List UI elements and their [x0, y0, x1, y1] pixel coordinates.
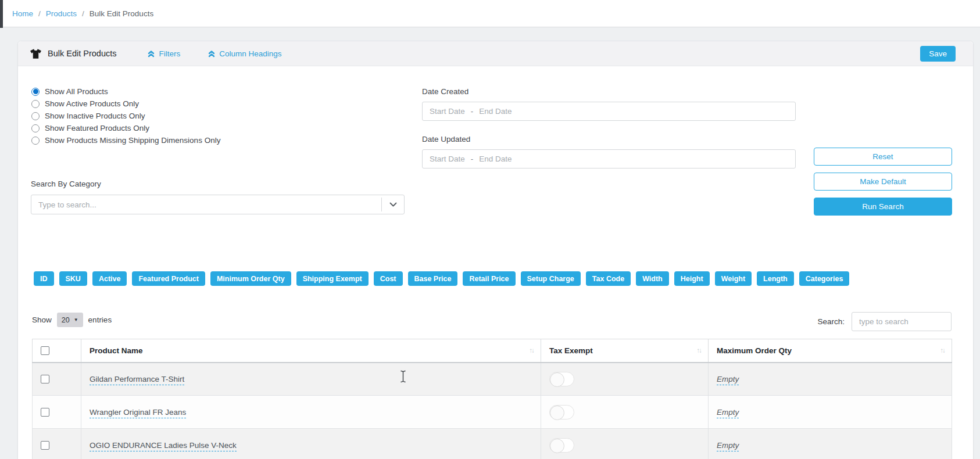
caret-down-icon: ▼ — [74, 317, 78, 322]
tax-exempt-toggle[interactable] — [549, 438, 574, 453]
radio-icon[interactable] — [31, 124, 40, 132]
category-search-input[interactable]: Type to search... — [31, 195, 405, 214]
tax-exempt-cell — [541, 429, 709, 459]
row-checkbox[interactable] — [41, 441, 49, 450]
row-checkbox[interactable] — [41, 375, 49, 383]
end-date-placeholder: End Date — [479, 107, 512, 116]
start-date-placeholder: Start Date — [430, 155, 465, 163]
radio-selected-icon[interactable] — [31, 88, 40, 96]
max-order-qty-cell: Empty — [709, 429, 952, 459]
make-default-button[interactable]: Make Default — [814, 173, 952, 191]
column-tag-cost[interactable]: Cost — [374, 271, 403, 286]
show-label: Show — [32, 315, 52, 324]
column-tag-shipping-exempt[interactable]: Shipping Exempt — [296, 271, 369, 286]
select-all-header[interactable] — [33, 339, 81, 363]
products-table: Product Name↑↓Tax Exempt↑↓Maximum Order … — [32, 339, 952, 459]
radio-option[interactable]: Show Featured Products Only — [31, 122, 220, 134]
max-order-qty-editable[interactable]: Empty — [717, 441, 739, 451]
product-name-editable[interactable]: Gildan Performance T-Shirt — [90, 375, 184, 385]
entries-control: Show 20 ▼ entries — [32, 313, 112, 327]
max-order-qty-editable[interactable]: Empty — [717, 375, 739, 385]
column-tag-id[interactable]: ID — [34, 271, 54, 286]
row-select-cell — [33, 429, 81, 459]
column-tag-tax-code[interactable]: Tax Code — [586, 271, 631, 286]
sidebar-edge — [0, 0, 3, 28]
sort-icon: ↑↓ — [530, 347, 534, 354]
table-search: Search: — [814, 312, 952, 331]
entries-label: entries — [88, 315, 112, 324]
column-tag-setup-charge[interactable]: Setup Charge — [521, 271, 581, 286]
radio-group: Show All ProductsShow Active Products On… — [31, 85, 220, 146]
product-name-cell: Gildan Performance T-Shirt — [81, 363, 541, 396]
reset-button[interactable]: Reset — [814, 148, 952, 166]
entries-per-page-select[interactable]: 20 ▼ — [57, 313, 83, 327]
entries-per-page-value: 20 — [62, 316, 70, 324]
date-created-input[interactable]: Start Date - End Date — [422, 102, 796, 121]
table-row: OGIO ENDURANCE Ladies Pulse V-NeckEmpty — [33, 429, 952, 459]
run-search-button[interactable]: Run Search — [814, 198, 952, 216]
column-tag-weight[interactable]: Weight — [715, 271, 752, 286]
radio-option[interactable]: Show Inactive Products Only — [31, 110, 220, 122]
column-headings-toggle[interactable]: Column Headings — [208, 49, 281, 58]
column-header-maximum-order-qty[interactable]: Maximum Order Qty↑↓ — [709, 339, 952, 363]
end-date-placeholder: End Date — [479, 155, 512, 163]
product-name-editable[interactable]: OGIO ENDURANCE Ladies Pulse V-Neck — [90, 441, 237, 451]
date-created-label: Date Created — [422, 87, 468, 96]
table-header-row: Product Name↑↓Tax Exempt↑↓Maximum Order … — [33, 339, 952, 363]
product-name-cell: OGIO ENDURANCE Ladies Pulse V-Neck — [81, 429, 541, 459]
column-tag-height[interactable]: Height — [674, 271, 710, 286]
column-header-label: Product Name — [90, 346, 143, 355]
breadcrumb-bar: Home/Products/Bulk Edit Products — [0, 0, 980, 27]
breadcrumb-item-bulk-edit-products: Bulk Edit Products — [90, 9, 153, 18]
breadcrumb-item-products[interactable]: Products — [46, 9, 77, 18]
radio-option-label: Show Inactive Products Only — [45, 112, 145, 120]
date-updated-label: Date Updated — [422, 135, 470, 144]
max-order-qty-cell: Empty — [709, 363, 952, 396]
table-row: Gildan Performance T-ShirtEmpty — [33, 363, 952, 396]
row-select-cell — [33, 363, 81, 396]
page-title: Bulk Edit Products — [48, 49, 116, 58]
radio-option-label: Show Products Missing Shipping Dimension… — [45, 136, 220, 145]
table-body: Gildan Performance T-ShirtEmptyWrangler … — [33, 363, 952, 459]
radio-option-label: Show Active Products Only — [45, 99, 139, 108]
column-header-label: Tax Exempt — [549, 346, 593, 355]
column-tag-featured-product[interactable]: Featured Product — [132, 271, 205, 286]
sort-icon: ↑↓ — [940, 347, 945, 354]
column-tag-base-price[interactable]: Base Price — [408, 271, 458, 286]
max-order-qty-editable[interactable]: Empty — [717, 408, 739, 418]
column-tag-active[interactable]: Active — [92, 271, 127, 286]
date-updated-input[interactable]: Start Date - End Date — [422, 149, 796, 168]
column-tag-width[interactable]: Width — [636, 271, 669, 286]
row-checkbox[interactable] — [41, 408, 49, 417]
column-tag-minimum-order-qty[interactable]: Minimum Order Qty — [210, 271, 291, 286]
radio-option[interactable]: Show Active Products Only — [31, 98, 220, 110]
text-cursor-icon — [400, 370, 406, 385]
radio-option[interactable]: Show All Products — [31, 85, 220, 98]
column-tag-categories[interactable]: Categories — [799, 271, 850, 286]
column-header-product-name[interactable]: Product Name↑↓ — [81, 339, 541, 363]
breadcrumb-item-home[interactable]: Home — [12, 9, 33, 18]
chevron-down-icon[interactable] — [382, 202, 404, 207]
radio-option[interactable]: Show Products Missing Shipping Dimension… — [31, 134, 220, 146]
save-button[interactable]: Save — [920, 46, 956, 62]
column-header-inner: Maximum Order Qty↑↓ — [717, 346, 945, 355]
double-chevron-up-icon — [148, 50, 155, 58]
table-row: Wrangler Original FR JeansEmpty — [33, 396, 952, 429]
filters-toggle[interactable]: Filters — [148, 49, 180, 58]
column-tag-sku[interactable]: SKU — [59, 271, 87, 286]
breadcrumb: Home/Products/Bulk Edit Products — [12, 0, 153, 27]
table-search-input[interactable] — [852, 312, 952, 331]
select-all-checkbox[interactable] — [41, 346, 49, 355]
column-header-tax-exempt[interactable]: Tax Exempt↑↓ — [541, 339, 709, 363]
tax-exempt-cell — [541, 363, 709, 396]
radio-icon[interactable] — [31, 100, 40, 108]
column-tag-retail-price[interactable]: Retail Price — [463, 271, 515, 286]
radio-icon[interactable] — [31, 137, 40, 145]
column-header-label: Maximum Order Qty — [717, 346, 792, 355]
column-tag-length[interactable]: Length — [757, 271, 794, 286]
tax-exempt-toggle[interactable] — [549, 372, 574, 386]
radio-icon[interactable] — [31, 112, 40, 120]
column-header-inner: Tax Exempt↑↓ — [549, 346, 701, 355]
tax-exempt-toggle[interactable] — [549, 405, 574, 419]
product-name-editable[interactable]: Wrangler Original FR Jeans — [90, 408, 186, 418]
